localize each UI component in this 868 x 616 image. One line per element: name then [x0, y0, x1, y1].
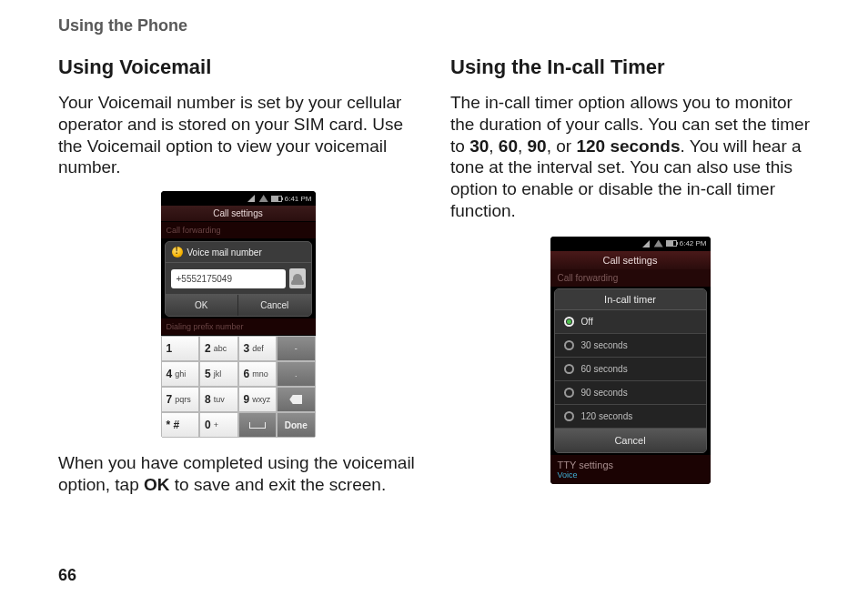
key-8[interactable]: 8tuv — [199, 387, 238, 412]
radio-icon — [564, 317, 574, 327]
option-label: Off — [581, 317, 593, 327]
option-label: 90 seconds — [581, 388, 628, 398]
ok-button[interactable]: OK — [166, 295, 239, 316]
section-title-voicemail: Using Voicemail — [58, 56, 418, 79]
network-icon — [259, 195, 268, 202]
dialog-body: +5552175049 — [166, 263, 311, 294]
option-label: 60 seconds — [581, 364, 628, 374]
key-backspace[interactable] — [277, 387, 316, 412]
background-list-item: Call forwarding — [161, 222, 316, 239]
page-number: 66 — [58, 566, 76, 585]
dialog-title-row: Voice mail number — [166, 242, 311, 263]
two-column-layout: Using Voicemail Your Voicemail number is… — [58, 56, 810, 509]
status-time: 6:42 PM — [680, 239, 707, 247]
background-list-item-2: Dialing prefix number — [161, 318, 316, 336]
dialog-actions: OK Cancel — [166, 294, 311, 316]
voicemail-paragraph-1: Your Voicemail number is set by your cel… — [58, 92, 418, 178]
dialog-title: In-call timer — [555, 289, 706, 310]
info-icon — [172, 247, 183, 258]
key-4[interactable]: 4ghi — [161, 361, 200, 387]
key-0[interactable]: 0+ — [199, 412, 238, 438]
key-3[interactable]: 3def — [238, 336, 278, 361]
screen-title: Call settings — [550, 251, 711, 269]
radio-icon — [564, 364, 574, 374]
key-1[interactable]: 1 — [161, 336, 200, 361]
option-label: 30 seconds — [581, 340, 628, 350]
signal-icon — [247, 195, 257, 202]
battery-icon — [666, 240, 677, 247]
cancel-button[interactable]: Cancel — [238, 295, 311, 316]
key-period[interactable]: . — [277, 361, 316, 387]
radio-icon — [564, 340, 574, 350]
timer-option-60[interactable]: 60 seconds — [555, 358, 706, 381]
pick-contact-button[interactable] — [289, 268, 306, 288]
timer-option-90[interactable]: 90 seconds — [555, 381, 706, 405]
background-list-item-bottom: TTY settings Voice — [550, 455, 711, 484]
key-2[interactable]: 2abc — [199, 336, 238, 361]
key-5[interactable]: 5jkl — [199, 361, 238, 387]
status-time: 6:41 PM — [285, 195, 312, 203]
timer-option-off[interactable]: Off — [555, 310, 706, 334]
voicemail-number-dialog: Voice mail number +5552175049 OK Cancel — [165, 241, 312, 317]
key-dash[interactable]: - — [277, 336, 316, 361]
left-column: Using Voicemail Your Voicemail number is… — [58, 56, 418, 509]
battery-icon — [271, 196, 282, 202]
key-star-hash[interactable]: * # — [161, 412, 200, 438]
voicemail-number-input[interactable]: +5552175049 — [171, 269, 286, 288]
key-done[interactable]: Done — [277, 412, 316, 438]
numeric-keypad: 1 2abc 3def - 4ghi 5jkl 6mno . 7pqrs 8tu… — [161, 336, 316, 438]
signal-icon — [642, 240, 651, 247]
timer-option-120[interactable]: 120 seconds — [555, 405, 706, 429]
key-space[interactable] — [238, 412, 278, 438]
voicemail-screenshot: 6:41 PM Call settings Call forwarding Vo… — [161, 191, 316, 438]
radio-icon — [564, 388, 574, 398]
page-header: Using the Phone — [58, 16, 810, 35]
key-6[interactable]: 6mno — [238, 361, 278, 387]
timer-option-30[interactable]: 30 seconds — [555, 334, 706, 358]
option-label: 120 seconds — [581, 411, 633, 421]
network-icon — [654, 240, 663, 247]
status-bar: 6:42 PM — [550, 237, 711, 251]
cancel-button[interactable]: Cancel — [555, 429, 706, 452]
background-list-item-top: Call forwarding — [550, 269, 711, 287]
section-title-incall-timer: Using the In-call Timer — [450, 56, 810, 79]
manual-page: Using the Phone Using Voicemail Your Voi… — [0, 0, 868, 616]
incall-timer-dialog: In-call timer Off 30 seconds 60 seconds — [554, 288, 707, 453]
dialog-title-text: Voice mail number — [187, 247, 262, 258]
incall-timer-paragraph: The in-call timer option allows you to m… — [450, 92, 810, 222]
screen-title: Call settings — [161, 206, 316, 222]
status-bar: 6:41 PM — [161, 191, 316, 206]
radio-icon — [564, 411, 574, 421]
right-column: Using the In-call Timer The in-call time… — [450, 56, 810, 509]
voicemail-paragraph-2: When you have completed using the voicem… — [58, 452, 418, 496]
key-9[interactable]: 9wxyz — [238, 387, 278, 412]
key-7[interactable]: 7pqrs — [161, 387, 200, 412]
incall-timer-screenshot: 6:42 PM Call settings Call forwarding In… — [550, 237, 711, 484]
person-icon — [293, 274, 302, 283]
